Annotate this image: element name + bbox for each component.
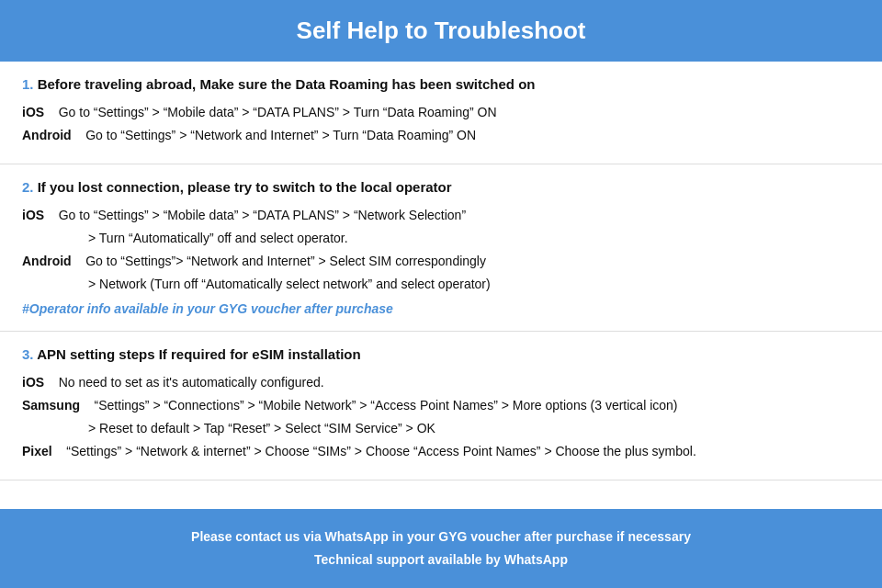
footer-line1: Please contact us via WhatsApp in your G… (18, 526, 864, 548)
section-3-platform-2: Pixel (22, 444, 52, 458)
page-header: Self Help to Troubleshoot (0, 0, 882, 62)
section-2-item-1: Android Go to “Settings”> “Network and I… (22, 252, 860, 271)
section-3-item-1: Samsung “Settings” > “Connections” > “Mo… (22, 396, 860, 415)
section-3-number: 3. (22, 346, 37, 362)
section-2-item-cont-1: > Network (Turn off “Automatically selec… (22, 275, 860, 294)
page-footer: Please contact us via WhatsApp in your G… (0, 509, 882, 588)
section-2: 2. If you lost connection, please try to… (0, 164, 882, 332)
section-1-title: 1. Before traveling abroad, Make sure th… (22, 76, 860, 92)
page-title: Self Help to Troubleshoot (18, 17, 864, 45)
section-3-platform-0: iOS (22, 375, 44, 390)
section-3-title: 3. APN setting steps If required for eSI… (22, 346, 860, 362)
section-3: 3. APN setting steps If required for eSI… (0, 332, 882, 481)
section-3-platform-1: Samsung (22, 398, 80, 413)
section-2-platform-0: iOS (22, 208, 44, 222)
section-1-item-0: iOS Go to “Settings” > “Mobile data” > “… (22, 103, 860, 122)
page-container: Self Help to Troubleshoot 1. Before trav… (0, 0, 882, 588)
section-2-number: 2. (22, 179, 38, 195)
section-2-link[interactable]: #Operator info available in your GYG vou… (22, 301, 860, 316)
section-1-platform-0: iOS (22, 105, 44, 119)
section-2-title: 2. If you lost connection, please try to… (22, 179, 860, 195)
section-1-number: 1. (22, 76, 38, 92)
section-1: 1. Before traveling abroad, Make sure th… (0, 62, 882, 164)
section-2-platform-1: Android (22, 254, 72, 268)
section-2-item-cont-0: > Turn “Automatically” off and select op… (22, 229, 860, 248)
section-2-item-0: iOS Go to “Settings” > “Mobile data” > “… (22, 206, 860, 225)
section-3-item-cont-1: > Reset to default > Tap “Reset” > Selec… (22, 419, 860, 438)
sections-container: 1. Before traveling abroad, Make sure th… (0, 62, 882, 481)
section-3-item-0: iOS No need to set as it's automatically… (22, 373, 860, 392)
section-1-platform-1: Android (22, 128, 72, 142)
footer-line2: Technical support available by WhatsApp (18, 548, 864, 571)
section-3-item-2: Pixel “Settings” > “Network & internet” … (22, 442, 860, 461)
section-1-item-1: Android Go to “Settings” > “Network and … (22, 126, 860, 145)
